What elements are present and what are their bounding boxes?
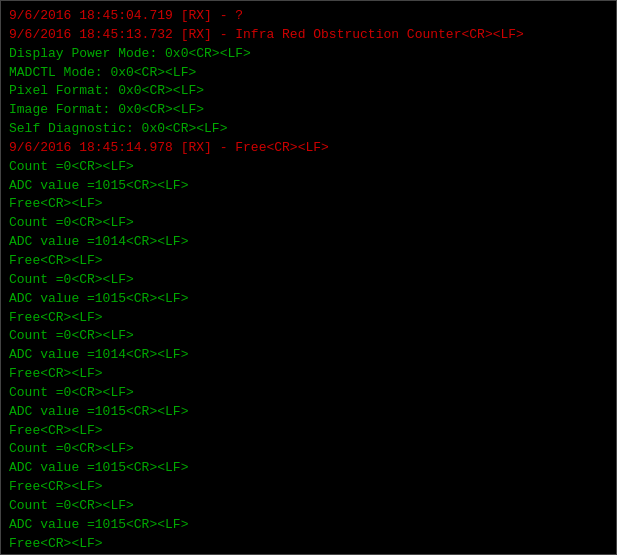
terminal-line: Count =0<CR><LF>: [9, 440, 608, 459]
terminal-line: 9/6/2016 18:45:14.978 [RX] - Free<CR><LF…: [9, 139, 608, 158]
terminal-line: MADCTL Mode: 0x0<CR><LF>: [9, 64, 608, 83]
terminal-line: ADC value =1015<CR><LF>: [9, 403, 608, 422]
terminal-line: Free<CR><LF>: [9, 195, 608, 214]
terminal-line: Image Format: 0x0<CR><LF>: [9, 101, 608, 120]
terminal-line: Self Diagnostic: 0x0<CR><LF>: [9, 120, 608, 139]
terminal-line: Pixel Format: 0x0<CR><LF>: [9, 82, 608, 101]
terminal-line: Count =0<CR><LF>: [9, 271, 608, 290]
terminal-line: ADC value =1014<CR><LF>: [9, 233, 608, 252]
terminal-line: ADC value =1015<CR><LF>: [9, 290, 608, 309]
terminal-line: ADC value =1014<CR><LF>: [9, 346, 608, 365]
terminal-line: Count =0<CR><LF>: [9, 384, 608, 403]
terminal-line: Free<CR><LF>: [9, 309, 608, 328]
terminal-line: Count =0<CR><LF>: [9, 497, 608, 516]
terminal-line: Free<CR><LF>: [9, 422, 608, 441]
terminal-line: Free<CR><LF>: [9, 478, 608, 497]
terminal-line: Count =0<CR><LF>: [9, 327, 608, 346]
terminal-line: Count =0<CR><LF>: [9, 214, 608, 233]
terminal-line: ADC value =1015<CR><LF>: [9, 177, 608, 196]
terminal-line: Display Power Mode: 0x0<CR><LF>: [9, 45, 608, 64]
terminal-line: 9/6/2016 18:45:04.719 [RX] - ?: [9, 7, 608, 26]
terminal-output[interactable]: 9/6/2016 18:45:04.719 [RX] - ?9/6/2016 1…: [0, 0, 617, 555]
terminal-line: 9/6/2016 18:45:13.732 [RX] - Infra Red O…: [9, 26, 608, 45]
terminal-line: Count =0<CR><LF>: [9, 158, 608, 177]
terminal-line: Free<CR><LF>: [9, 365, 608, 384]
terminal-line: Free<CR><LF>: [9, 535, 608, 554]
terminal-line: Free<CR><LF>: [9, 252, 608, 271]
terminal-line: ADC value =1015<CR><LF>: [9, 516, 608, 535]
terminal-line: ADC value =1015<CR><LF>: [9, 459, 608, 478]
